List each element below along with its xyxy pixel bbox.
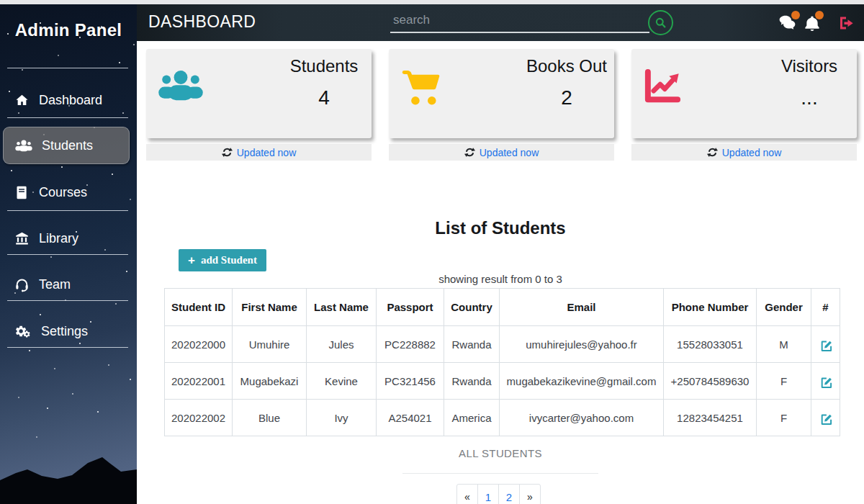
cell-last-name: Ivy: [307, 400, 377, 436]
cell-first-name: Umuhire: [233, 326, 307, 363]
cell-phone: 12823454251: [664, 400, 757, 436]
topbar-icons: [778, 4, 855, 41]
main-content: Students 4 Updated now Books Out 2: [137, 41, 864, 504]
column-header: Gender: [757, 289, 811, 326]
sidebar-item-team[interactable]: Team: [3, 269, 130, 300]
sidebar: Admin Panel Dashboard Students Courses L…: [0, 4, 137, 504]
cell-student-id: 202022001: [165, 363, 233, 400]
sidebar-item-library[interactable]: Library: [3, 222, 130, 254]
cell-country: Rwanda: [444, 363, 500, 400]
sidebar-item-dashboard[interactable]: Dashboard: [3, 84, 130, 116]
card-updated-link[interactable]: Updated now: [389, 144, 614, 161]
sidebar-item-courses[interactable]: Courses: [3, 176, 130, 208]
cell-gender: F: [757, 400, 811, 436]
sign-out-icon: [837, 14, 855, 32]
notifications-button[interactable]: [804, 14, 821, 32]
app-root: Admin Panel Dashboard Students Courses L…: [0, 0, 864, 504]
cell-first-name: Mugabekazi: [233, 363, 307, 400]
gears-icon: [14, 324, 32, 339]
cell-phone: 15528033051: [664, 326, 757, 363]
stat-cards-row: Students 4 Updated now Books Out 2: [146, 49, 857, 161]
sidebar-divider: [7, 117, 128, 118]
card-title: Visitors: [769, 56, 850, 76]
cell-email: umuhirejules@yahoo.fr: [500, 326, 664, 363]
column-header: First Name: [233, 289, 307, 326]
notification-badge: [791, 11, 800, 19]
pagination-page-2[interactable]: 2: [498, 484, 520, 504]
card-updated-link[interactable]: Updated now: [631, 144, 857, 161]
sidebar-item-label: Courses: [39, 185, 87, 200]
card-value: 2: [526, 86, 607, 109]
column-header: #: [811, 289, 840, 326]
edit-icon[interactable]: [819, 338, 832, 351]
stat-card-students: Students 4 Updated now: [146, 49, 372, 161]
sidebar-divider: [7, 210, 128, 211]
notification-badge: [815, 11, 824, 19]
cell-actions: [811, 326, 840, 363]
card-title: Students: [284, 56, 364, 76]
sidebar-item-label: Dashboard: [39, 93, 102, 108]
pagination-page-1[interactable]: 1: [477, 484, 499, 504]
cell-gender: M: [757, 326, 811, 363]
column-header: Student ID: [165, 289, 233, 326]
sidebar-divider: [7, 68, 128, 68]
home-icon: [14, 93, 30, 108]
pagination-next[interactable]: »: [519, 484, 541, 504]
users-icon: [158, 68, 204, 104]
search-input[interactable]: [390, 12, 649, 33]
starfield-decoration: [0, 4, 1, 6]
stat-card-visitors: Visitors ... Updated now: [631, 49, 857, 161]
search-icon: [654, 16, 667, 30]
cell-email: mugabekazikevine@gmail.com: [500, 363, 664, 400]
mountain-silhouette: [0, 436, 137, 504]
card-title: Books Out: [526, 56, 607, 76]
column-header: Last Name: [307, 289, 377, 326]
section-heading: List of Students: [137, 218, 864, 238]
table-row: 202022002 Blue Ivy A254021 America ivyca…: [165, 400, 840, 436]
search-button[interactable]: [648, 10, 673, 35]
users-icon: [15, 138, 32, 153]
sidebar-item-settings[interactable]: Settings: [3, 315, 130, 347]
headset-icon: [14, 277, 30, 292]
cell-student-id: 202022000: [165, 326, 233, 363]
table-row: 202022001 Mugabekazi Kevine PC321456 Rwa…: [165, 363, 840, 400]
sidebar-item-label: Team: [39, 277, 71, 292]
sidebar-divider: [7, 300, 128, 301]
pagination: « 1 2 »: [456, 484, 541, 504]
cell-email: ivycarter@yahoo.com: [500, 400, 664, 436]
window-edge-strip: [0, 0, 864, 4]
cell-country: Rwanda: [444, 326, 500, 363]
page-title: DASHBOARD: [148, 4, 256, 40]
refresh-icon: [464, 147, 475, 158]
app-title: Admin Panel: [0, 20, 137, 40]
footer-divider: [402, 473, 598, 474]
sidebar-divider: [7, 254, 128, 255]
card-value: ...: [769, 86, 850, 109]
messages-button[interactable]: [778, 14, 797, 32]
edit-icon[interactable]: [819, 375, 832, 388]
sidebar-item-label: Settings: [41, 324, 88, 339]
cell-first-name: Blue: [233, 400, 307, 436]
logout-button[interactable]: [837, 14, 855, 32]
card-value: 4: [284, 86, 364, 109]
table-row: 202022000 Umuhire Jules PC228882 Rwanda …: [165, 326, 840, 363]
add-student-button[interactable]: + add Student: [179, 249, 266, 271]
library-icon: [14, 231, 30, 246]
sidebar-item-label: Students: [42, 138, 93, 153]
cell-actions: [811, 400, 840, 436]
sidebar-item-students[interactable]: Students: [3, 127, 130, 164]
column-header: Email: [500, 289, 664, 326]
card-updated-link[interactable]: Updated now: [146, 144, 372, 161]
showing-results-text: showing result from 0 to 3: [137, 273, 864, 285]
cell-passport: A254021: [377, 400, 444, 436]
column-header: Phone Number: [664, 289, 757, 326]
book-icon: [14, 185, 30, 200]
cell-country: America: [444, 400, 500, 436]
cell-student-id: 202022002: [165, 400, 233, 436]
edit-icon[interactable]: [819, 412, 832, 425]
cell-gender: F: [757, 363, 811, 400]
cell-last-name: Jules: [307, 326, 377, 363]
pagination-prev[interactable]: «: [456, 484, 478, 504]
search-field-wrap: [390, 12, 649, 33]
cell-actions: [811, 363, 840, 400]
